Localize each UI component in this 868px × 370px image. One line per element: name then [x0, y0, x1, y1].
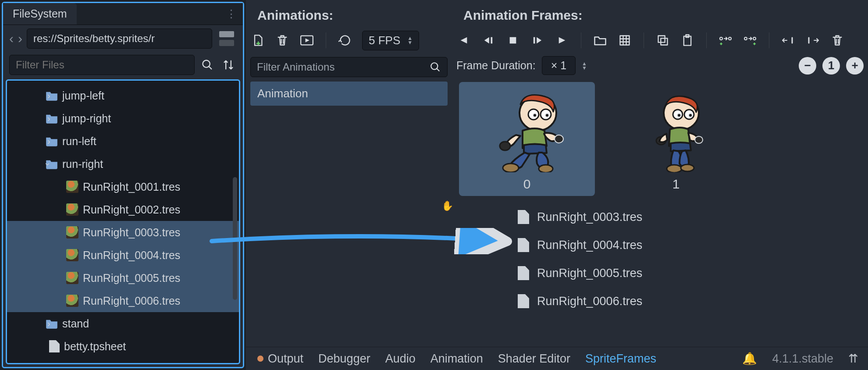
- svg-point-32: [695, 136, 703, 143]
- sort-icon[interactable]: [220, 57, 237, 73]
- file-row[interactable]: RunRight_0004.tres: [7, 244, 239, 267]
- sprite-preview: [490, 93, 564, 172]
- tab-animation[interactable]: Animation: [430, 352, 483, 366]
- svg-point-33: [667, 165, 682, 172]
- drag-item: RunRight_0006.tres: [518, 287, 861, 315]
- stop-icon[interactable]: [505, 33, 520, 48]
- frame-card[interactable]: 1: [608, 82, 744, 196]
- file-tree[interactable]: › jump-left › jump-right › run-left ›: [6, 79, 240, 364]
- view-toggle-button[interactable]: [217, 28, 237, 49]
- insert-before-icon[interactable]: [718, 33, 733, 48]
- frame-index: 1: [672, 177, 680, 192]
- svg-point-25: [539, 165, 553, 172]
- search-icon[interactable]: [199, 57, 216, 73]
- scrollbar[interactable]: [233, 177, 237, 300]
- file-icon: [518, 266, 529, 280]
- paste-icon[interactable]: [680, 33, 695, 48]
- frames-header: Animation Frames:: [463, 8, 583, 23]
- filter-files-input[interactable]: [9, 55, 195, 75]
- zoom-reset-button[interactable]: 1: [822, 57, 840, 75]
- filesystem-tabbar: FileSystem ⋮: [3, 3, 243, 25]
- grid-icon[interactable]: [617, 33, 632, 48]
- tab-output[interactable]: Output: [268, 352, 303, 366]
- drag-item: RunRight_0004.tres: [518, 231, 861, 259]
- sprite-icon: [66, 203, 78, 216]
- zoom-in-button[interactable]: +: [846, 57, 864, 75]
- svg-point-21: [545, 114, 549, 117]
- frame-duration-input[interactable]: × 1: [542, 56, 576, 75]
- zoom-out-button[interactable]: −: [799, 57, 816, 75]
- copy-icon[interactable]: [655, 33, 670, 48]
- sprite-frames-editor: Animations: Animation Frames: 5 FPS▲▼ Fi…: [246, 0, 868, 370]
- svg-point-13: [720, 37, 722, 40]
- animations-toolbar: 5 FPS▲▼: [250, 28, 448, 53]
- delete-animation-icon[interactable]: [275, 33, 290, 48]
- folder-run-right[interactable]: › run-right: [7, 153, 239, 175]
- folder-stand[interactable]: › stand: [7, 312, 239, 335]
- folder-run-left[interactable]: › run-left: [7, 130, 239, 153]
- move-right-icon[interactable]: [805, 33, 820, 48]
- folder-label: stand: [62, 317, 89, 330]
- sprite-icon: [66, 249, 78, 261]
- autoplay-icon[interactable]: [299, 33, 314, 48]
- frames-toolbar: [456, 28, 864, 53]
- file-tpsheet[interactable]: betty.tpsheet: [7, 335, 239, 358]
- tab-spriteframes[interactable]: SpriteFrames: [585, 352, 656, 366]
- more-icon[interactable]: ⋮: [220, 7, 243, 20]
- svg-point-30: [689, 114, 692, 117]
- nav-forward-icon[interactable]: ›: [18, 31, 22, 46]
- loop-icon[interactable]: [338, 33, 352, 48]
- svg-point-29: [677, 114, 681, 117]
- sprite-icon: [66, 226, 78, 238]
- svg-point-22: [500, 142, 510, 150]
- svg-point-24: [503, 164, 519, 172]
- sprite-icon: [66, 272, 78, 284]
- file-row[interactable]: RunRight_0003.tres: [7, 221, 239, 244]
- play-reverse-icon[interactable]: [456, 33, 471, 48]
- animation-list-item[interactable]: Animation: [250, 82, 448, 106]
- nav-back-icon[interactable]: ‹: [9, 31, 14, 46]
- step-forward-icon[interactable]: [530, 33, 545, 48]
- svg-rect-9: [658, 36, 665, 43]
- file-row[interactable]: RunRight_0005.tres: [7, 267, 239, 289]
- file-row[interactable]: RunRight_0002.tres: [7, 198, 239, 221]
- delete-frame-icon[interactable]: [830, 33, 845, 48]
- svg-rect-7: [534, 37, 535, 44]
- play-icon[interactable]: [555, 33, 569, 48]
- folder-label: jump-left: [62, 89, 104, 102]
- fps-input[interactable]: 5 FPS▲▼: [362, 31, 419, 50]
- frames-grid[interactable]: 0: [456, 75, 864, 203]
- svg-rect-10: [661, 38, 667, 45]
- drag-item: RunRight_0003.tres: [518, 203, 861, 231]
- svg-point-15: [744, 37, 747, 40]
- svg-rect-5: [491, 37, 493, 44]
- sprite-icon: [66, 181, 78, 193]
- tab-debugger[interactable]: Debugger: [318, 352, 370, 366]
- folder-jump-right[interactable]: › jump-right: [7, 107, 239, 130]
- output-dot-icon: [257, 356, 263, 362]
- expand-dock-icon[interactable]: ⇈: [848, 352, 857, 366]
- file-row[interactable]: RunRight_0006.tres: [7, 289, 239, 312]
- move-left-icon[interactable]: [781, 33, 796, 48]
- load-icon[interactable]: [593, 33, 608, 48]
- drag-item: RunRight_0005.tres: [518, 259, 861, 287]
- folder-label: run-left: [62, 135, 96, 148]
- frame-card[interactable]: 0: [459, 82, 595, 196]
- file-row[interactable]: RunRight_0001.tres: [7, 175, 239, 198]
- filter-animations-input[interactable]: Filter Animations: [250, 57, 448, 77]
- folder-jump-left[interactable]: › jump-left: [7, 84, 239, 107]
- new-animation-icon[interactable]: [250, 33, 265, 48]
- tab-audio[interactable]: Audio: [385, 352, 416, 366]
- step-back-icon[interactable]: [481, 33, 496, 48]
- svg-line-4: [437, 68, 439, 71]
- file-icon: [518, 294, 529, 308]
- bottom-dock-tabs: Output Debugger Audio Animation Shader E…: [246, 347, 868, 370]
- insert-after-icon[interactable]: [743, 33, 758, 48]
- tab-shader-editor[interactable]: Shader Editor: [498, 352, 570, 366]
- version-label: 4.1.1.stable: [772, 352, 833, 366]
- notifications-icon[interactable]: 🔔: [742, 352, 757, 366]
- svg-point-34: [681, 164, 694, 171]
- filesystem-tab[interactable]: FileSystem: [3, 3, 77, 25]
- path-input[interactable]: [27, 28, 212, 49]
- file-icon: [518, 238, 529, 252]
